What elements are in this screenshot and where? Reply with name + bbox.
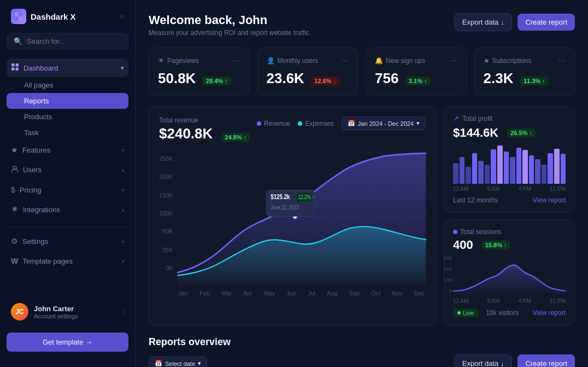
revenue-chart: Total revenue $240.8K 24.8% ↑ Revenue <box>149 106 436 325</box>
features-icon: ★ <box>11 145 18 154</box>
chevron-down-icon: ▾ <box>198 360 201 367</box>
stat-menu-monthly-users[interactable]: ··· <box>342 56 349 66</box>
page-title-section: Welcome back, John Measure your advertis… <box>149 13 311 37</box>
dashboard-icon <box>11 63 19 73</box>
new-signups-icon: 🔔 <box>375 57 383 65</box>
chevron-right-icon: › <box>122 147 124 153</box>
reports-overview-title: Reports overview <box>149 336 231 348</box>
select-date-button[interactable]: 📅 Select date ▾ <box>149 357 207 367</box>
sessions-dot <box>453 230 457 234</box>
sessions-label: Total sessions <box>453 228 566 236</box>
sidebar-item-settings[interactable]: ⚙ Settings › <box>7 232 128 251</box>
profit-chart-icon: ↗ <box>453 114 459 123</box>
search-icon: 🔍 <box>14 37 22 45</box>
profit-bar-chart <box>453 145 566 184</box>
last-12-months-label: Last 12 months <box>453 196 498 204</box>
date-range-button[interactable]: 📅 Jan 2024 - Dec 2024 ▾ <box>342 116 426 130</box>
stat-value-subscriptions: 2.3K 11.3% ↑ <box>484 70 566 87</box>
sidebar-item-pricing[interactable]: $ Pricing › <box>7 180 128 199</box>
side-charts: ↗ Total profit $144.6K 26.5% ↑ <box>444 106 575 325</box>
svg-rect-0 <box>15 13 18 16</box>
sidebar-item-integrations[interactable]: Integrations › <box>7 200 128 219</box>
calendar-icon: 📅 <box>348 120 355 127</box>
chevron-right-icon: › <box>122 258 124 264</box>
sidebar-item-features[interactable]: ★ Features › <box>7 141 128 159</box>
dashboard-sub-products[interactable]: Products <box>7 109 128 125</box>
stat-card-subscriptions: ★ Subscriptions ··· 2.3K 11.3% ↑ <box>474 48 575 95</box>
stat-card-new-signups: 🔔 New sign ups ··· 756 3.1% ↑ <box>366 48 467 95</box>
avatar: JC <box>11 303 28 321</box>
profit-badge: 26.5% ↑ <box>507 129 536 137</box>
y-axis-labels: 250K 200K 150K 100K 50K 25K 0K <box>159 153 173 273</box>
sidebar-item-users[interactable]: Users › <box>7 160 128 179</box>
sessions-value: 400 <box>453 238 473 252</box>
page-title: Welcome back, John <box>149 13 311 27</box>
sessions-footer: Live 10k visitors View report <box>453 308 566 317</box>
stat-value-pageviews: 50.8K 28.4% ↑ <box>158 70 240 87</box>
sidebar-item-label: Dashboard <box>23 64 58 72</box>
export-label: Export data ↓ <box>462 18 504 26</box>
monthly-users-icon: 👤 <box>267 57 275 65</box>
revenue-chart-value: $240.8K <box>159 125 213 142</box>
sidebar-item-label: Template pages <box>22 257 73 265</box>
legend-revenue: Revenue <box>257 120 290 127</box>
stats-grid: 👁 Pageviews ··· 50.8K 28.4% ↑ 👤 Monthly … <box>149 48 575 95</box>
sidebar-item-label: Pricing <box>20 186 42 194</box>
dashboard-sub-all-pages[interactable]: All pages <box>7 77 128 93</box>
integrations-icon <box>11 205 19 214</box>
collapse-arrows[interactable]: ‹› <box>120 13 124 20</box>
pricing-icon: $ <box>11 185 15 194</box>
sidebar-item-dashboard[interactable]: Dashboard ▾ <box>7 59 128 77</box>
get-template-button[interactable]: Get template → <box>7 333 128 352</box>
pageviews-icon: 👁 <box>158 57 164 65</box>
user-name: John Carter <box>34 305 116 313</box>
main-content: Welcome back, John Measure your advertis… <box>136 0 588 367</box>
sidebar-user-section: JC John Carter Account settings › <box>0 298 135 326</box>
stat-card-pageviews: 👁 Pageviews ··· 50.8K 28.4% ↑ <box>149 48 250 95</box>
chevron-right-icon: › <box>122 308 124 316</box>
reports-overview-section: Reports overview 📅 Select date ▾ Export … <box>149 336 575 367</box>
stat-value-new-signups: 756 3.1% ↑ <box>375 70 457 87</box>
sidebar-search-container: 🔍 <box>7 33 128 50</box>
stat-card-monthly-users: 👤 Monthly users ··· 23.6K 12.6% ↓ <box>257 48 358 95</box>
revenue-chart-header: Total revenue $240.8K 24.8% ↑ Revenue <box>159 116 426 149</box>
stat-menu-subscriptions[interactable]: ··· <box>558 56 566 66</box>
stat-menu-new-signups[interactable]: ··· <box>450 56 457 66</box>
reports-create-report-button[interactable]: Create report <box>518 354 575 367</box>
svg-rect-1 <box>19 13 22 16</box>
legend-expenses: Expenses <box>298 120 334 127</box>
svg-text:$125.2k: $125.2k <box>271 193 290 201</box>
svg-text:June 21, 2023: June 21, 2023 <box>271 203 298 210</box>
page-subtitle: Measure your advertising ROI and report … <box>149 29 311 37</box>
sidebar-item-label: Users <box>23 166 42 174</box>
create-report-button[interactable]: Create report <box>518 14 575 31</box>
sidebar-item-label: Settings <box>22 237 48 246</box>
sidebar-item-template-pages[interactable]: W Template pages › <box>7 252 128 270</box>
reports-export-button[interactable]: Export data ↓ <box>454 354 513 367</box>
sidebar-logo: Dashdark X ‹› <box>0 9 135 33</box>
revenue-chart-title: Total revenue <box>159 116 250 124</box>
chevron-right-icon: › <box>122 167 124 173</box>
dashboard-sub-reports[interactable]: Reports <box>7 93 128 109</box>
user-profile[interactable]: JC John Carter Account settings › <box>7 298 128 326</box>
stat-badge-pageviews: 28.4% ↑ <box>203 77 231 85</box>
sidebar-divider <box>7 227 128 228</box>
profit-view-report-link[interactable]: View report <box>533 196 566 204</box>
sessions-view-report-link[interactable]: View report <box>533 309 566 317</box>
reports-overview-header: Reports overview <box>149 336 575 348</box>
dashboard-sub-task[interactable]: Task <box>7 125 128 141</box>
visitors-count: 10k visitors <box>486 309 519 317</box>
live-dot <box>457 311 461 314</box>
svg-rect-7 <box>16 68 19 71</box>
svg-rect-3 <box>19 17 22 20</box>
stat-value-monthly-users: 23.6K 12.6% ↓ <box>267 70 349 87</box>
stat-label-monthly-users: 👤 Monthly users <box>267 57 319 65</box>
subscriptions-icon: ★ <box>484 57 490 65</box>
stat-badge-monthly-users: 12.6% ↓ <box>311 77 339 85</box>
export-data-button[interactable]: Export data ↓ <box>454 13 513 31</box>
stat-menu-pageviews[interactable]: ··· <box>233 56 240 66</box>
sessions-mini-chart <box>453 255 566 294</box>
search-input[interactable] <box>27 37 121 45</box>
sessions-card: Total sessions 400 15.8% ↑ 500 250 100 0 <box>444 220 575 325</box>
profit-footer: Last 12 months View report <box>453 196 566 204</box>
